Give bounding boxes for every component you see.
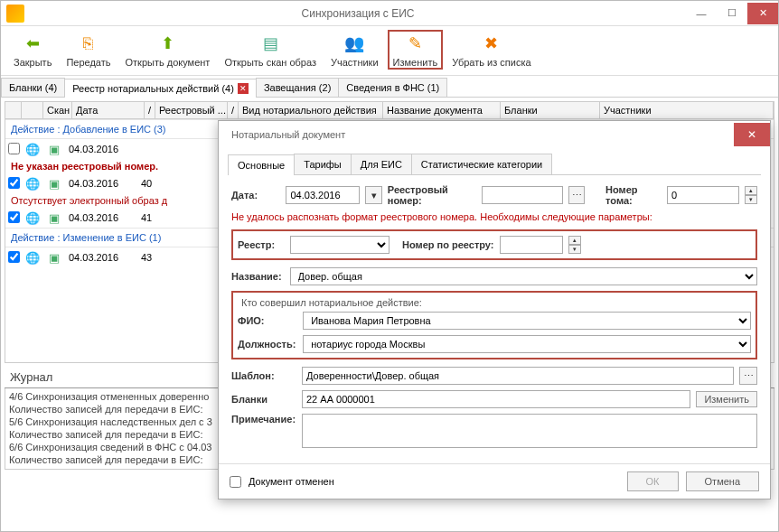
scan-cell-icon: ▣ bbox=[43, 143, 65, 156]
window-title: Синхронизация с ЕИС bbox=[30, 7, 686, 20]
row-checkbox[interactable] bbox=[8, 143, 20, 154]
num-by-reestr-spinner[interactable]: ▴▾ bbox=[568, 236, 581, 254]
reestr-highlight-box: Реестр: Номер по реестру: ▴▾ bbox=[231, 229, 757, 260]
titlebar: Синхронизация с ЕИС — ☐ ✕ bbox=[1, 1, 778, 26]
name-select[interactable]: Довер. общая bbox=[290, 267, 757, 285]
col-action[interactable]: Вид нотариального действия bbox=[239, 102, 383, 118]
arrow-left-icon: ⬅ bbox=[21, 32, 44, 55]
fio-label: ФИО: bbox=[238, 315, 297, 326]
tom-input[interactable] bbox=[667, 186, 739, 204]
blanks-input[interactable] bbox=[302, 390, 690, 408]
tab-fns[interactable]: Сведения в ФНС (1) bbox=[338, 78, 447, 97]
blanks-label: Бланки bbox=[231, 394, 296, 405]
tab-blanks[interactable]: Бланки (4) bbox=[1, 78, 65, 97]
ok-button[interactable]: ОК bbox=[627, 471, 679, 491]
scan-icon: ▤ bbox=[258, 32, 282, 55]
error-message: Не удалось распознать формат реестрового… bbox=[231, 211, 757, 222]
cancel-button[interactable]: Отмена bbox=[686, 471, 759, 491]
earth-icon: 🌐 bbox=[22, 251, 43, 265]
blanks-edit-button[interactable]: Изменить bbox=[696, 391, 757, 407]
app-icon bbox=[6, 5, 24, 23]
dialog-tabs: Основные Тарифы Для ЕИС Статистические к… bbox=[228, 154, 761, 175]
edit-button[interactable]: ✎ Изменить bbox=[388, 30, 444, 70]
note-textarea[interactable] bbox=[302, 414, 757, 448]
tab-main[interactable]: Основные bbox=[228, 154, 295, 175]
tab-wills[interactable]: Завещания (2) bbox=[256, 78, 339, 97]
arrow-up-icon: ⬆ bbox=[155, 32, 179, 55]
row-checkbox[interactable] bbox=[8, 177, 20, 189]
reestr-num-input[interactable] bbox=[482, 186, 563, 204]
date-input[interactable] bbox=[286, 186, 360, 204]
open-scan-button[interactable]: ▤ Открыть скан образ bbox=[219, 30, 322, 70]
tab-close-icon[interactable]: ✕ bbox=[238, 83, 249, 94]
template-label: Шаблон: bbox=[231, 370, 296, 381]
cancelled-label: Документ отменен bbox=[249, 476, 334, 487]
dialog-title: Нотариальный документ bbox=[231, 129, 345, 140]
toolbar: ⬅ Закрыть ⎘ Передать ⬆ Открыть документ … bbox=[1, 26, 778, 76]
people-icon: 👥 bbox=[343, 32, 366, 55]
col-date[interactable]: Дата bbox=[72, 102, 145, 118]
minimize-button[interactable]: — bbox=[686, 3, 717, 24]
dialog-titlebar: Нотариальный документ ✕ bbox=[219, 121, 770, 148]
who-title: Кто совершил нотариальное действие: bbox=[238, 297, 426, 308]
cancelled-checkbox[interactable] bbox=[230, 476, 241, 488]
tom-spinner[interactable]: ▴▾ bbox=[745, 186, 757, 204]
row-checkbox[interactable] bbox=[8, 251, 20, 263]
col-doc[interactable]: Название документа bbox=[383, 102, 501, 118]
who-highlight-box: Кто совершил нотариальное действие: ФИО:… bbox=[231, 291, 757, 359]
reestr-num-label: Реестровый номер: bbox=[388, 184, 476, 206]
earth-icon: 🌐 bbox=[22, 211, 43, 225]
dialog-footer: Документ отменен ОК Отмена bbox=[219, 463, 770, 499]
name-label: Название: bbox=[231, 271, 285, 282]
dialog-close-button[interactable]: ✕ bbox=[734, 123, 770, 146]
num-by-reestr-input[interactable] bbox=[500, 236, 563, 254]
x-icon: ✖ bbox=[480, 32, 503, 55]
document-dialog: Нотариальный документ ✕ Основные Тарифы … bbox=[218, 120, 771, 499]
reestr-num-more-button[interactable]: ⋯ bbox=[568, 186, 585, 204]
date-picker-button[interactable]: ▾ bbox=[365, 186, 381, 204]
pencil-icon: ✎ bbox=[403, 32, 427, 55]
earth-icon: 🌐 bbox=[22, 177, 43, 191]
scan-cell-icon: ▣ bbox=[43, 251, 65, 265]
position-select[interactable]: нотариус города Москвы bbox=[303, 335, 751, 353]
col-blank[interactable]: Бланки bbox=[501, 102, 600, 118]
earth-icon: 🌐 bbox=[22, 143, 43, 156]
tab-tariffs[interactable]: Тарифы bbox=[294, 154, 352, 174]
scan-cell-icon: ▣ bbox=[43, 211, 65, 225]
maximize-button[interactable]: ☐ bbox=[717, 3, 747, 24]
reestr-label: Реестр: bbox=[238, 239, 285, 250]
main-tabs: Бланки (4) Реестр нотариальных действий … bbox=[1, 78, 778, 98]
send-icon: ⎘ bbox=[77, 32, 100, 55]
remove-button[interactable]: ✖ Убрать из списка bbox=[446, 30, 536, 70]
num-by-reestr-label: Номер по реестру: bbox=[402, 239, 494, 250]
col-part[interactable]: Участники bbox=[600, 102, 774, 118]
tab-eis[interactable]: Для ЕИС bbox=[351, 154, 412, 174]
note-label: Примечание: bbox=[231, 414, 296, 425]
tom-label: Номер тома: bbox=[605, 184, 662, 206]
col-scan[interactable]: Скан bbox=[43, 102, 72, 118]
participants-button[interactable]: 👥 Участники bbox=[325, 30, 384, 70]
send-button[interactable]: ⎘ Передать bbox=[61, 30, 116, 70]
template-browse-button[interactable]: ⋯ bbox=[739, 367, 757, 385]
tab-reestr[interactable]: Реестр нотариальных действий (4) ✕ bbox=[64, 79, 257, 98]
position-label: Должность: bbox=[238, 339, 297, 350]
fio-select[interactable]: Иванова Мария Петровна bbox=[303, 312, 751, 330]
row-checkbox[interactable] bbox=[8, 211, 20, 223]
template-input[interactable] bbox=[302, 367, 734, 385]
col-reestr[interactable]: Реестровый ... bbox=[155, 102, 228, 118]
grid-header: Скан Дата / Реестровый ... / Вид нотариа… bbox=[5, 102, 774, 119]
close-window-button[interactable]: ✕ bbox=[747, 3, 778, 24]
close-button[interactable]: ⬅ Закрыть bbox=[8, 30, 57, 70]
tab-stat[interactable]: Статистические категории bbox=[411, 154, 552, 174]
reestr-select[interactable] bbox=[290, 236, 390, 254]
open-doc-button[interactable]: ⬆ Открыть документ bbox=[119, 30, 215, 70]
scan-cell-icon: ▣ bbox=[43, 177, 65, 191]
dialog-body: Дата: ▾ Реестровый номер: ⋯ Номер тома: … bbox=[219, 175, 770, 463]
date-label: Дата: bbox=[231, 190, 280, 201]
